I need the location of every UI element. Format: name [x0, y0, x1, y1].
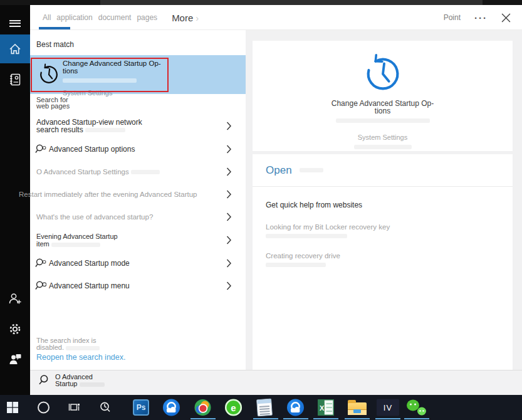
help-header: Get quick help from websites	[266, 201, 499, 209]
menu-button[interactable]	[0, 9, 30, 38]
close-button[interactable]	[501, 13, 511, 23]
suggestion-label: Advanced Startup options	[49, 145, 135, 153]
blur-redaction	[51, 243, 100, 247]
blur-redaction	[80, 382, 105, 387]
best-match-subtitle: System Settings	[63, 89, 188, 97]
clock-search-icon	[99, 401, 112, 414]
more-options-button[interactable]: ···	[474, 13, 488, 23]
suggestion-row[interactable]: Restart immediately after the evening Ad…	[30, 183, 246, 206]
photoshop-icon: Ps	[133, 399, 149, 416]
best-match-header: Best match	[36, 40, 74, 49]
task-view-button[interactable]	[68, 401, 80, 414]
start-button[interactable]	[6, 401, 19, 414]
help-link-bitlocker[interactable]: Looking for my Bit Locker recovery key	[266, 223, 499, 238]
notebook-icon	[8, 73, 22, 87]
advanced-startup-icon	[38, 63, 60, 86]
browser-360-button[interactable]	[194, 399, 211, 416]
advanced-startup-icon-large	[362, 53, 404, 95]
running-app-indicator	[313, 418, 338, 420]
open-action[interactable]: Open	[253, 154, 513, 187]
folder-icon	[348, 402, 367, 415]
timeline-search-button[interactable]	[99, 401, 112, 414]
web-help-section: Get quick help from websites Looking for…	[253, 187, 513, 267]
tab-more[interactable]: More	[172, 13, 193, 23]
qq-browser-icon	[287, 399, 304, 416]
wechat-button[interactable]	[407, 399, 427, 416]
suggestion-label: Advanced Startup-view networksearch resu…	[36, 118, 142, 134]
blur-redaction	[131, 170, 160, 174]
suggestion-row[interactable]: What's the use of advanced startup?	[30, 206, 246, 228]
reopen-index-link[interactable]: Reopen the search index.	[36, 353, 125, 362]
blur-redaction	[266, 234, 347, 238]
web-search-section-header: Search forweb pages	[36, 97, 70, 109]
sidebar-item-settings[interactable]	[0, 315, 30, 344]
notepad-button[interactable]	[257, 399, 272, 416]
feedback-icon	[8, 352, 22, 366]
help-link-recovery-drive[interactable]: Creating recovery drive	[266, 252, 499, 267]
blur-redaction	[63, 78, 137, 83]
iv-app-icon: IV	[377, 399, 399, 416]
search-bottom-strip: O AdvancedStartup	[30, 370, 522, 395]
file-explorer-button[interactable]	[348, 400, 367, 415]
browser-e-button[interactable]: e	[225, 399, 242, 416]
running-app-indicator	[404, 418, 429, 420]
suggestion-label: Restart immediately after the evening Ad…	[19, 191, 197, 198]
search-icon	[39, 374, 51, 387]
search-icon	[35, 258, 46, 269]
suggestion-label: Advanced Startup menu	[49, 282, 130, 290]
sidebar-item-account[interactable]	[0, 285, 30, 313]
blur-redaction	[354, 145, 412, 149]
windows-logo-icon	[6, 401, 19, 414]
point-label: Point	[444, 13, 461, 22]
search-icon	[35, 280, 46, 291]
cortana-button[interactable]	[38, 402, 50, 414]
best-match-title: Change Advanced Startup Op-tions	[63, 60, 188, 75]
search-index-note: The search index isdisabled.	[36, 337, 100, 351]
photoshop-button[interactable]: Ps	[133, 399, 149, 416]
chevron-right-icon	[226, 145, 232, 154]
blur-redaction	[336, 118, 430, 123]
chevron-right-icon	[226, 167, 232, 176]
tab-application[interactable]: application	[56, 13, 92, 22]
svg-text:X: X	[320, 404, 325, 412]
chevron-right-icon	[226, 122, 232, 130]
suggestion-label: What's the use of advanced startup?	[36, 213, 153, 221]
hamburger-icon	[9, 18, 21, 28]
preview-pane: Change Advanced Startup Op-tions System …	[246, 30, 522, 370]
filter-tabs: All application document pages More ›	[43, 5, 199, 30]
tab-all[interactable]: All	[43, 13, 51, 22]
search-query-text: O AdvancedStartup	[55, 374, 105, 387]
running-app-indicator	[375, 418, 400, 420]
results-panel: Best match Change Advanced Startup Op-ti…	[30, 30, 246, 370]
suggestion-row[interactable]: Advanced Startup-view networksearch resu…	[30, 114, 246, 138]
tab-pages[interactable]: pages	[137, 13, 157, 22]
best-match-preview-card: Change Advanced Startup Op-tions System …	[253, 41, 513, 151]
excel-button[interactable]: X	[318, 399, 334, 416]
excel-icon: X	[318, 399, 334, 416]
notepad-icon	[256, 399, 273, 417]
suggestion-row[interactable]: Evening Advanced Startupitem	[30, 228, 246, 252]
tab-document[interactable]: document	[98, 13, 132, 22]
chevron-right-icon	[226, 213, 232, 221]
search-query-item[interactable]: O AdvancedStartup	[39, 374, 105, 387]
cortana-icon	[38, 402, 50, 414]
suggestion-label: Advanced Startup mode	[49, 260, 130, 267]
search-icon	[35, 144, 46, 155]
qq-browser-button[interactable]	[163, 399, 180, 416]
task-view-icon	[68, 401, 80, 414]
suggestion-row[interactable]: Advanced Startup mode	[30, 252, 246, 275]
suggestion-row[interactable]: Advanced Startup options	[30, 138, 246, 160]
sidebar-item-journal[interactable]	[0, 65, 30, 94]
iv-app-button[interactable]: IV	[377, 399, 399, 416]
suggestion-row[interactable]: Advanced Startup menu	[30, 275, 246, 297]
best-match-item[interactable]: Change Advanced Startup Op-tions System …	[30, 55, 246, 94]
suggestion-row[interactable]: O Advanced Startup Settings	[30, 160, 246, 183]
suggestion-label: Evening Advanced Startupitem	[36, 233, 118, 248]
running-app-indicator	[191, 418, 216, 420]
background-window	[100, 0, 483, 5]
sidebar-item-home[interactable]	[0, 34, 30, 63]
wechat-icon	[407, 399, 427, 416]
sidebar-item-feedback[interactable]	[0, 345, 30, 374]
e-browser-icon: e	[225, 399, 242, 416]
qq-browser-2-button[interactable]	[287, 399, 304, 416]
